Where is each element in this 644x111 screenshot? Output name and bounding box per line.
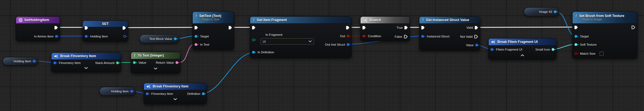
pill-label: Text Block Value	[149, 37, 172, 40]
exec-pin-hollow	[474, 35, 478, 39]
exec-in-pin[interactable]	[195, 25, 198, 30]
pin-in-definition[interactable]: In Definition	[252, 49, 276, 55]
pin-out-inst-struct[interactable]: Out Inst Struct	[323, 42, 350, 47]
collapse-pins-chevron-icon[interactable]	[521, 54, 524, 56]
pill-label: Holding Item	[111, 90, 129, 93]
node-title: Break FInventory Item	[153, 84, 188, 88]
exec-out-pin[interactable]	[123, 25, 126, 31]
fragment-type-dropdown[interactable]: UI	[261, 38, 314, 45]
function-icon: ƒ	[253, 18, 255, 22]
node-title: Break FInventory Item	[60, 54, 96, 58]
function-icon: ƒ	[575, 14, 577, 17]
node-set-text[interactable]: ƒ SetText (Text) Target is Text Target I…	[192, 11, 234, 50]
pin-in-ammo-item[interactable]: In Ammo Item	[32, 34, 58, 39]
node-break-finventory-item-a[interactable]: Break FInventory Item FInventory Item St…	[51, 52, 121, 72]
pin-holding-item-out[interactable]	[33, 60, 35, 63]
wire-wid-definition-to-indefinition[interactable]	[201, 52, 254, 94]
node-break-fitem-fragment-ui[interactable]: Break FItem Fragment UI FItem Fragment U…	[488, 38, 557, 60]
exec-out-pin[interactable]	[229, 25, 232, 30]
dropdown-value: UI	[263, 40, 266, 43]
node-title: SetHoldingItem	[24, 18, 49, 22]
exec-in-pin[interactable]	[575, 25, 578, 30]
function-icon: ƒ	[422, 18, 424, 22]
wire-exec-set-to-settext[interactable]	[125, 27, 195, 28]
exec-out-pin[interactable]	[55, 25, 58, 30]
pin-small-icon[interactable]: Small Icon	[534, 47, 554, 52]
pin-image-43-out[interactable]	[554, 10, 557, 13]
variable-get-holding-item-a[interactable]: Holding Item	[3, 57, 38, 65]
node-header[interactable]: Break FInventory Item	[144, 83, 207, 90]
pin-holding-item-out[interactable]	[130, 90, 133, 93]
variable-get-text-block-value[interactable]: Text Block Value	[140, 34, 179, 43]
pin-definition[interactable]: Definition	[186, 91, 205, 97]
pin-target[interactable]: Target	[575, 34, 590, 39]
pin-soft-texture[interactable]: Soft Texture	[575, 42, 598, 47]
pin-condition[interactable]: Condition	[362, 33, 383, 39]
node-header[interactable]: SET	[83, 21, 128, 27]
exec-pin-hollow	[631, 25, 635, 29]
node-header[interactable]: Break FItem Fragment UI	[489, 39, 556, 45]
node-header[interactable]: ƒ SetText (Text) Target is Text	[193, 12, 234, 24]
pin-in-fragment-label: In Fragment	[265, 33, 282, 36]
pin-finventory-item[interactable]: FInventory Item	[146, 91, 175, 97]
expand-pins-chevron-icon[interactable]	[154, 68, 158, 70]
exec-in-pin[interactable]	[362, 25, 366, 30]
node-title: SET	[102, 22, 108, 26]
wire-exec-gisv-valid-to-setbrush[interactable]	[476, 27, 576, 27]
pill-label: Holding Item	[13, 60, 31, 63]
node-set-variable[interactable]: SET Holding Item	[83, 21, 128, 42]
exec-in-pin[interactable]	[85, 25, 88, 31]
exec-in-pin[interactable]	[421, 25, 425, 30]
pin-in-fragment[interactable]	[252, 37, 255, 43]
pin-text-block-value-out[interactable]	[174, 37, 177, 40]
node-header[interactable]: ƒ Get Item Fragment	[250, 17, 351, 24]
node-header[interactable]: SetHoldingItem	[16, 17, 60, 24]
node-header[interactable]: ƒ To Text (Integer)	[131, 52, 180, 59]
exec-out-pin[interactable]	[631, 25, 635, 30]
node-title: Branch	[369, 18, 381, 22]
node-header[interactable]: ƒ Set Brush from Soft Texture Target is …	[573, 12, 637, 24]
node-title: Set Brush from Soft Texture	[579, 14, 624, 18]
variable-get-image-43[interactable]: Image 43	[524, 7, 559, 16]
exec-in-pin[interactable]	[252, 25, 255, 30]
pin-not-valid-exec[interactable]: Not Valid	[458, 34, 478, 39]
node-header[interactable]: Branch	[361, 17, 410, 24]
node-header[interactable]: Break FInventory Item	[52, 53, 121, 60]
node-branch[interactable]: Branch Condition True False	[360, 16, 410, 41]
pin-holding-item-in[interactable]: Holding Item	[85, 34, 110, 39]
node-subtitle: Target is Image	[581, 18, 602, 21]
node-set-holding-item[interactable]: SetHoldingItem In Ammo Item	[16, 16, 60, 41]
node-set-brush-from-soft-texture[interactable]: ƒ Set Brush from Soft Texture Target is …	[572, 11, 637, 59]
pin-match-size[interactable]: Match Size	[575, 51, 604, 56]
expand-pins-chevron-icon[interactable]	[173, 98, 177, 100]
pin-finventory-item[interactable]: FInventory Item	[53, 60, 82, 66]
break-struct-icon	[491, 40, 495, 43]
pin-false-exec[interactable]: False	[393, 34, 408, 39]
pin-out[interactable]: Out	[338, 33, 349, 39]
node-get-item-fragment[interactable]: ƒ Get Item Fragment In Fragment UI In De…	[250, 16, 352, 58]
function-icon: ƒ	[134, 54, 136, 57]
node-title: Get Instanced Struct Value	[426, 18, 469, 22]
node-header[interactable]: ƒ Get Instanced Struct Value	[419, 17, 480, 24]
blueprint-graph-canvas[interactable]: SetHoldingItem In Ammo Item SET Holding …	[0, 0, 644, 111]
pin-value[interactable]: Value	[133, 60, 148, 65]
pin-true-exec[interactable]: True	[395, 25, 408, 30]
node-title: To Text (Integer)	[138, 54, 164, 57]
expand-pins-chevron-icon[interactable]	[84, 67, 88, 69]
pin-valid-exec[interactable]: Valid	[465, 25, 478, 30]
variable-get-holding-item-b[interactable]: Holding Item	[99, 87, 136, 96]
exec-out-pin[interactable]	[346, 25, 349, 30]
node-get-instanced-struct-value[interactable]: ƒ Get Instanced Struct Value Instanced S…	[419, 16, 480, 50]
node-break-finventory-item-b[interactable]: Break FInventory Item FInventory Item De…	[144, 83, 207, 104]
pin-target[interactable]: Target	[195, 34, 210, 39]
pin-stack-amount[interactable]: Stack Amount	[93, 60, 119, 66]
pin-fitem-fragment-ui[interactable]: FItem Fragment UI	[491, 47, 524, 52]
pin-return-value[interactable]: Return Value	[154, 60, 178, 65]
node-to-text-integer[interactable]: ƒ To Text (Integer) Value Return Value	[131, 52, 180, 73]
pin-value[interactable]: Value	[464, 42, 478, 48]
pin-in-text[interactable]: In Text	[195, 42, 211, 47]
node-subtitle: Target is Text	[201, 18, 219, 21]
match-size-checkbox[interactable]	[600, 52, 604, 56]
pin-holding-item-out[interactable]	[123, 34, 126, 39]
pin-instanced-struct[interactable]: Instanced Struct	[421, 34, 451, 39]
